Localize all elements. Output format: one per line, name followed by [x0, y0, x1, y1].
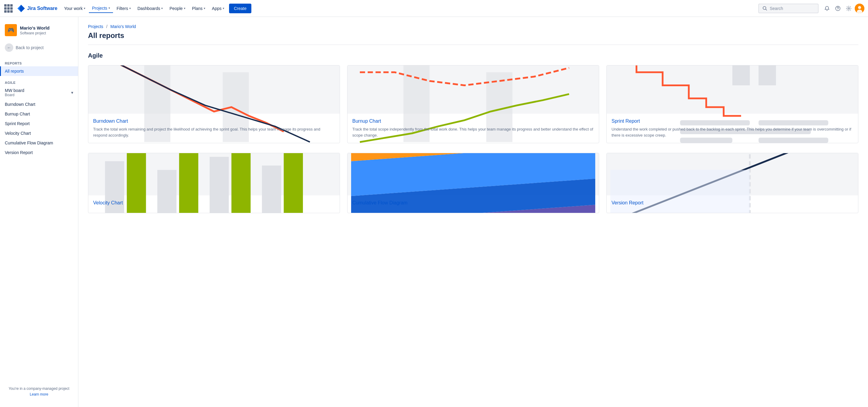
burnup-chart-preview [347, 65, 599, 114]
svg-rect-16 [680, 137, 733, 143]
nav-people[interactable]: People ▾ [166, 4, 188, 13]
topnav: Jira Software Your work ▾ Projects ▾ Fil… [0, 0, 868, 17]
cfd-chart-preview [347, 153, 599, 195]
avatar-icon [855, 4, 864, 13]
help-icon [835, 6, 841, 11]
sidebar: 🎮 Mario's World Software project ← Back … [0, 17, 79, 407]
main-layout: 🎮 Mario's World Software project ← Back … [0, 17, 868, 407]
svg-rect-19 [758, 137, 828, 143]
version-chart-svg [610, 153, 855, 213]
board-info: MW board Board [5, 88, 24, 97]
bell-icon [824, 6, 830, 11]
nav-apps[interactable]: Apps ▾ [209, 4, 227, 13]
breadcrumb-project-link[interactable]: Mario's World [110, 24, 136, 29]
nav-filters[interactable]: Filters ▾ [114, 4, 134, 13]
nav-dashboards[interactable]: Dashboards ▾ [134, 4, 166, 13]
breadcrumb: Projects / Mario's World [88, 24, 858, 29]
search-box[interactable]: Search [758, 4, 818, 13]
page-title: All reports [88, 31, 858, 40]
create-button[interactable]: Create [229, 4, 251, 13]
sidebar-item-sprint-report[interactable]: Sprint Report [0, 119, 78, 128]
svg-rect-14 [680, 120, 749, 125]
agile-section-label: AGILE [0, 79, 78, 86]
svg-rect-13 [758, 65, 776, 85]
sprint-chart-preview [607, 65, 858, 114]
settings-button[interactable] [844, 4, 854, 13]
grid-icon [4, 4, 13, 13]
svg-rect-27 [284, 153, 303, 213]
svg-point-3 [838, 9, 838, 10]
svg-rect-34 [610, 170, 750, 213]
chevron-down-icon: ▾ [129, 7, 131, 10]
chevron-down-icon: ▾ [108, 6, 110, 10]
chevron-down-icon: ▾ [161, 7, 163, 10]
project-info: 🎮 Mario's World Software project [0, 22, 78, 41]
help-button[interactable] [833, 4, 843, 13]
project-type: Software project [20, 31, 50, 35]
back-arrow-icon: ← [5, 43, 13, 52]
gear-icon [846, 6, 851, 11]
burndown-chart-card[interactable]: Burndown Chart Track the total work rema… [88, 65, 340, 143]
project-details: Mario's World Software project [20, 25, 50, 35]
topnav-right [822, 4, 864, 13]
svg-rect-26 [262, 165, 281, 213]
sidebar-item-all-reports[interactable]: All reports [0, 66, 78, 76]
chevron-down-icon: ▾ [204, 7, 205, 10]
burnup-chart-card[interactable]: Burnup Chart Track the total scope indep… [347, 65, 599, 143]
nav-plans[interactable]: Plans ▾ [189, 4, 208, 13]
cards-row-1: Burndown Chart Track the total work rema… [88, 65, 858, 143]
avatar[interactable] [855, 4, 864, 13]
notifications-button[interactable] [822, 4, 832, 13]
nav-your-work[interactable]: Your work ▾ [61, 4, 88, 13]
board-type: Board [5, 93, 24, 97]
sidebar-footer: You're in a company-managed project Lear… [0, 381, 78, 402]
cfd-card[interactable]: Cumulative Flow Diagram [347, 153, 599, 213]
chevron-down-icon: ▾ [71, 90, 73, 95]
grid-menu-button[interactable] [4, 4, 13, 13]
svg-line-1 [766, 9, 767, 10]
reports-section-label: Reports [0, 59, 78, 66]
svg-point-4 [848, 7, 849, 9]
version-report-card[interactable]: Version Report [607, 153, 858, 213]
svg-rect-12 [733, 65, 750, 85]
back-to-project-button[interactable]: ← Back to project [0, 41, 78, 54]
nav-items: Your work ▾ Projects ▾ Filters ▾ Dashboa… [61, 4, 755, 13]
jira-logo-icon [17, 4, 25, 13]
sprint-report-card[interactable]: Sprint Report Understand the work comple… [607, 65, 858, 143]
sidebar-item-burnup[interactable]: Burnup Chart [0, 109, 78, 119]
agile-section-title: Agile [88, 52, 858, 59]
project-name: Mario's World [20, 25, 50, 31]
velocity-chart-svg [92, 153, 336, 213]
sidebar-item-cfd[interactable]: Cumulative Flow Diagram [0, 138, 78, 148]
logo[interactable]: Jira Software [17, 4, 57, 13]
chevron-down-icon: ▾ [184, 7, 185, 10]
svg-rect-22 [157, 170, 177, 213]
divider [88, 44, 858, 45]
search-icon [763, 6, 767, 11]
main-content: Projects / Mario's World All reports Agi… [79, 17, 868, 407]
mw-board-row[interactable]: MW board Board ▾ [0, 86, 78, 99]
breadcrumb-projects-link[interactable]: Projects [88, 24, 103, 29]
cards-row-2: Velocity Chart Cumulative Flow Diagram [88, 153, 858, 213]
svg-rect-21 [127, 153, 146, 213]
chevron-down-icon: ▾ [84, 7, 85, 10]
logo-text: Jira Software [27, 6, 57, 11]
breadcrumb-separator: / [106, 24, 107, 29]
svg-rect-23 [179, 153, 198, 213]
burndown-chart-preview [88, 65, 340, 114]
sidebar-item-velocity[interactable]: Velocity Chart [0, 128, 78, 138]
nav-projects[interactable]: Projects ▾ [89, 4, 113, 13]
sidebar-item-burndown[interactable]: Burndown Chart [0, 99, 78, 109]
board-name: MW board [5, 88, 24, 93]
project-icon: 🎮 [5, 24, 17, 36]
svg-rect-24 [210, 157, 229, 213]
search-placeholder: Search [770, 6, 783, 11]
svg-rect-17 [758, 120, 828, 125]
learn-more-link[interactable]: Learn more [30, 392, 48, 397]
sidebar-item-version-report[interactable]: Version Report [0, 148, 78, 157]
velocity-chart-card[interactable]: Velocity Chart [88, 153, 340, 213]
chevron-down-icon: ▾ [223, 7, 224, 10]
svg-point-6 [858, 6, 861, 9]
version-chart-preview [607, 153, 858, 195]
svg-rect-25 [231, 153, 251, 213]
